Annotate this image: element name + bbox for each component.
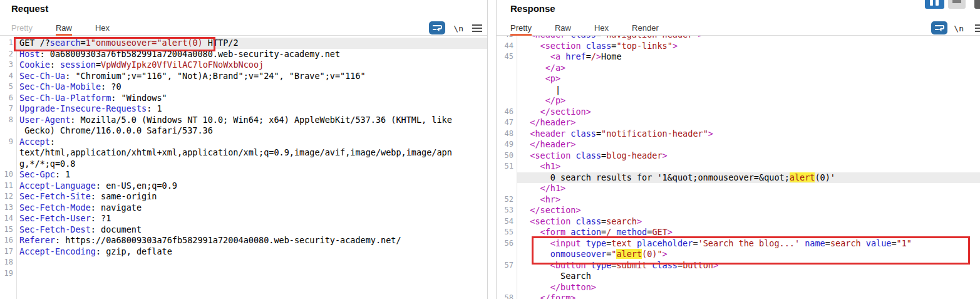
code-line[interactable]: <form action=/ method=GET> [517,227,980,238]
code-line[interactable]: 0 search results for '1&quot;onmouseover… [517,172,980,184]
code-line[interactable]: </form> [517,293,980,299]
code-row: Gecko) Chrome/116.0.0.0 Safari/537.36 [0,125,487,137]
code-line[interactable]: Upgrade-Insecure-Requests: 1 [17,103,487,115]
code-row: 50 <section class=blog-header> [497,150,980,162]
line-number-gutter [497,36,517,299]
code-row: text/html,application/xhtml+xml,applicat… [0,147,487,159]
code-row: 44 <section class="top-links"> [497,41,980,52]
code-line[interactable]: <section class=search> [517,216,980,228]
tab-hex[interactable]: Hex [95,19,110,36]
code-line[interactable]: Sec-Fetch-Site: same-origin [17,191,487,202]
split-columns-icon [930,0,933,6]
code-line[interactable]: </h1> [517,183,980,194]
search-match-highlight: alert [616,249,642,259]
code-row: 48 <header class="notification-header"> [497,129,980,140]
code-line[interactable]: Sec-Ch-Ua-Mobile: ?0 [17,81,487,93]
code-row: 16Referer: https://0a68009303a76fb582991… [0,235,487,246]
code-line[interactable]: | [517,85,980,96]
code-row: 8User-Agent: Mozilla/5.0 (Windows NT 10.… [0,115,487,126]
code-line[interactable]: </header> [517,139,980,150]
code-line[interactable]: text/html,application/xhtml+xml,applicat… [17,147,487,159]
tab-pretty[interactable]: Pretty [11,19,33,36]
code-line[interactable]: Cookie: session=VpWdWyIpkz0VfVilAC7loFNo… [17,60,487,71]
code-row: </p> [497,95,980,107]
code-line[interactable]: <input type=text placeholder='Search the… [517,238,980,249]
show-newlines-icon[interactable]: \n [954,24,964,33]
code-line[interactable]: Sec-Ch-Ua: "Chromium";v="116", "Not)A;Br… [17,71,487,82]
code-row: g,*/*;q=0.8 [0,159,487,170]
code-line[interactable]: </section> [517,205,980,216]
word-wrap-icon [432,24,442,32]
code-row: 57 <button type=submit class=button> [497,260,980,271]
code-row: </h1> [497,183,980,194]
code-line[interactable]: <button type=submit class=button> [517,260,980,271]
http-message-viewer: Request PrettyRawHex\n 1GET /?search=1"o… [0,0,980,299]
code-line[interactable]: Sec-Fetch-Mode: navigate [17,202,487,214]
code-line[interactable]: Sec-Gpc: 1 [17,169,487,181]
minimize-button[interactable] [948,0,966,9]
request-panel: Request PrettyRawHex\n 1GET /?search=1"o… [0,0,488,299]
code-line[interactable]: Sec-Fetch-Dest: document [17,224,487,236]
code-line[interactable]: Host: 0a68009303a76fb582991a72004a0080.w… [17,49,487,60]
menu-icon[interactable] [472,24,482,32]
word-wrap-toggle-button[interactable] [931,21,947,34]
code-line[interactable]: Accept-Language: en-US,en;q=0.9 [17,181,487,192]
code-line[interactable] [17,268,487,280]
code-row: Search [497,271,980,282]
code-row: 2Host: 0a68009303a76fb582991a72004a0080.… [0,49,487,60]
tab-render[interactable]: Render [632,19,659,36]
code-line[interactable]: <header class="navigation-header"> [517,36,980,41]
code-row: <p> [497,73,980,85]
code-line[interactable]: </section> [517,107,980,118]
code-line[interactable]: <p> [517,73,980,85]
response-editor[interactable]: 43 <header class="navigation-header">44 … [497,36,980,299]
code-line[interactable]: </p> [517,95,980,107]
code-row: </button> [497,282,980,293]
code-row: 45 <a href=/>Home [497,51,980,63]
code-line[interactable]: GET /?search=1"onmouseover="alert(0) HTT… [17,38,487,49]
code-line[interactable]: Accept-Encoding: gzip, deflate [17,246,487,258]
code-row: 6Sec-Ch-Ua-Platform: "Windows" [0,93,487,104]
menu-icon[interactable] [975,24,980,32]
split-view-button[interactable] [925,0,944,9]
word-wrap-icon [934,24,944,32]
code-line[interactable]: Sec-Ch-Ua-Platform: "Windows" [17,93,487,104]
show-newlines-icon[interactable]: \n [453,24,463,33]
window-button-partial[interactable] [974,0,980,9]
tab-raw[interactable]: Raw [555,19,571,36]
request-editor[interactable]: 1GET /?search=1"onmouseover="alert(0) HT… [0,36,487,299]
code-row: 56 <input type=text placeholder='Search … [497,238,980,249]
code-row: 54 <section class=search> [497,216,980,228]
code-line[interactable]: <header class="notification-header"> [517,129,980,140]
code-line[interactable]: </header> [517,117,980,129]
code-row: 19 [0,268,487,280]
request-panel-title: Request [11,3,48,14]
word-wrap-toggle-button[interactable] [429,21,445,34]
code-line[interactable]: Accept: [17,137,487,148]
line-number-gutter [0,36,17,299]
code-row: 46 </section> [497,107,980,118]
code-line[interactable]: Referer: https://0a68009303a76fb582991a7… [17,235,487,246]
code-line[interactable]: <section class=blog-header> [517,150,980,162]
code-line[interactable]: Sec-Fetch-User: ?1 [17,213,487,224]
code-row: 15Sec-Fetch-Dest: document [0,224,487,236]
code-line[interactable]: <section class="top-links"> [517,41,980,52]
code-line[interactable]: User-Agent: Mozilla/5.0 (Windows NT 10.0… [17,115,487,126]
split-columns-icon [936,0,939,6]
response-panel-title: Response [510,3,555,14]
tab-raw[interactable]: Raw [56,19,72,36]
code-line[interactable]: Search [517,271,980,282]
code-line[interactable]: </button> [517,282,980,293]
tab-pretty[interactable]: Pretty [510,19,532,36]
code-line[interactable]: <a href=/>Home [517,51,980,63]
tab-hex[interactable]: Hex [594,19,609,36]
code-line[interactable]: g,*/*;q=0.8 [17,159,487,170]
code-line[interactable]: <h1> [517,161,980,172]
code-line[interactable]: onmouseover="alert(0)"> [517,249,980,260]
code-line[interactable]: Gecko) Chrome/116.0.0.0 Safari/537.36 [17,125,487,137]
code-row: 9Accept: [0,137,487,148]
code-line[interactable]: <hr> [517,194,980,206]
code-line[interactable] [17,257,487,268]
request-tabbar: PrettyRawHex\n [0,19,487,36]
code-line[interactable]: </a> [517,63,980,74]
